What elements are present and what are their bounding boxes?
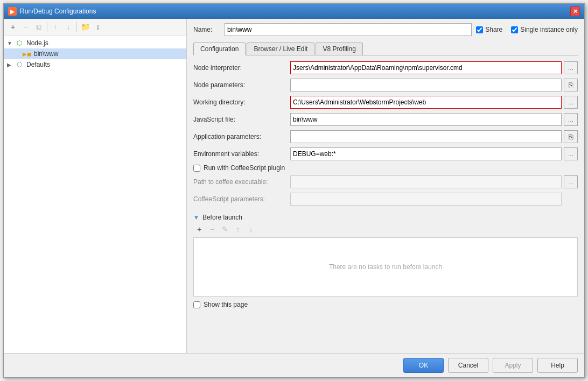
tree-label-defaults: Defaults xyxy=(26,61,50,68)
title-bar-left: ▶ Run/Debug Configurations xyxy=(8,7,96,16)
copy-config-button[interactable]: ⧉ xyxy=(33,21,45,33)
single-instance-checkbox[interactable] xyxy=(511,26,518,33)
node-interpreter-input[interactable] xyxy=(290,61,562,74)
config-tree: ▼ ⬡ Node.js ▶◼ bin\www ▶ ⬡ Defaults xyxy=(4,36,186,353)
before-launch-down[interactable]: ↓ xyxy=(245,223,257,235)
working-directory-wrap: … xyxy=(290,96,578,109)
bottom-bar: OK Cancel Apply Help xyxy=(4,353,584,377)
name-row: Name: Share Single instance only xyxy=(193,23,578,36)
node-interpreter-browse[interactable]: … xyxy=(564,61,578,74)
coffee-params-input[interactable] xyxy=(290,193,562,206)
checkboxes-row: Share Single instance only xyxy=(476,26,578,33)
cancel-button[interactable]: Cancel xyxy=(448,358,488,373)
env-variables-browse[interactable]: … xyxy=(564,147,578,160)
coffee-params-label: CoffeeScript parameters: xyxy=(193,195,290,203)
help-button[interactable]: Help xyxy=(537,358,578,373)
working-directory-browse[interactable]: … xyxy=(564,96,578,109)
node-interpreter-row: Node interpreter: … xyxy=(193,61,578,75)
section-arrow: ▼ xyxy=(193,214,199,221)
name-input[interactable] xyxy=(225,23,472,36)
tree-item-binwww[interactable]: ▶◼ bin\www xyxy=(4,48,186,59)
toolbar-separator xyxy=(47,22,47,32)
share-label: Share xyxy=(485,26,502,33)
run-debug-dialog: ▶ Run/Debug Configurations ✕ + − ⧉ ↑ ↓ 📁… xyxy=(3,3,585,378)
tab-v8[interactable]: V8 Profiling xyxy=(316,43,362,55)
share-checkbox[interactable] xyxy=(476,26,483,33)
node-parameters-input[interactable] xyxy=(290,79,562,91)
before-launch-up[interactable]: ↑ xyxy=(232,223,244,235)
coffee-params-row: CoffeeScript parameters: … xyxy=(193,192,578,206)
share-checkbox-label[interactable]: Share xyxy=(476,26,502,33)
toolbar-separator-2 xyxy=(76,22,77,32)
node-interpreter-wrap: … xyxy=(290,61,578,74)
dialog-icon: ▶ xyxy=(8,7,17,16)
app-parameters-copy[interactable]: ⎘ xyxy=(564,130,578,143)
move-down-button[interactable]: ↓ xyxy=(62,21,74,33)
app-parameters-input[interactable] xyxy=(290,130,562,143)
coffee-path-wrap: … xyxy=(290,175,578,188)
ok-button[interactable]: OK xyxy=(403,358,444,373)
javascript-file-label: JavaScript file: xyxy=(193,116,290,123)
show-page-row: Show this page xyxy=(193,301,578,308)
app-parameters-row: Application parameters: ⎘ xyxy=(193,130,578,144)
before-launch-edit[interactable]: ✎ xyxy=(219,223,231,235)
javascript-file-browse[interactable]: … xyxy=(564,113,578,126)
before-launch-label: Before launch xyxy=(202,214,242,221)
env-variables-wrap: … xyxy=(290,147,578,160)
add-config-button[interactable]: + xyxy=(7,21,19,33)
single-instance-label[interactable]: Single instance only xyxy=(511,26,578,33)
sort-button[interactable]: ↕ xyxy=(92,21,104,33)
app-parameters-label: Application parameters: xyxy=(193,133,290,140)
javascript-file-row: JavaScript file: … xyxy=(193,112,578,126)
name-label: Name: xyxy=(193,26,220,33)
tree-item-nodejs[interactable]: ▼ ⬡ Node.js xyxy=(4,38,186,48)
tree-item-defaults[interactable]: ▶ ⬡ Defaults xyxy=(4,59,186,70)
show-page-checkbox[interactable] xyxy=(193,301,200,308)
tab-browser[interactable]: Browser / Live Edit xyxy=(247,43,314,55)
apply-button[interactable]: Apply xyxy=(493,358,533,373)
folder-button[interactable]: 📁 xyxy=(79,21,91,33)
node-parameters-copy[interactable]: ⎘ xyxy=(564,79,578,91)
coffeescript-row: Run with CoffeeScript plugin xyxy=(193,164,578,172)
before-launch-add[interactable]: + xyxy=(193,223,205,235)
coffee-path-input[interactable] xyxy=(290,175,562,188)
coffee-path-row: Path to coffee executable: … xyxy=(193,175,578,189)
remove-config-button[interactable]: − xyxy=(20,21,32,33)
tab-configuration[interactable]: Configuration xyxy=(193,43,246,55)
working-directory-row: Working directory: … xyxy=(193,95,578,109)
left-toolbar: + − ⧉ ↑ ↓ 📁 ↕ xyxy=(4,19,186,36)
tabs-bar: Configuration Browser / Live Edit V8 Pro… xyxy=(193,43,578,55)
nodejs-group-icon: ⬡ xyxy=(15,39,24,47)
env-variables-label: Environment variables: xyxy=(193,150,290,158)
binwww-icon: ▶◼ xyxy=(22,50,32,58)
javascript-file-wrap: … xyxy=(290,113,578,126)
env-variables-input[interactable] xyxy=(290,147,562,160)
coffee-path-browse[interactable]: … xyxy=(564,175,578,188)
main-content: + − ⧉ ↑ ↓ 📁 ↕ ▼ ⬡ Node.js xyxy=(4,19,584,353)
node-parameters-label: Node parameters: xyxy=(193,81,290,89)
javascript-file-input[interactable] xyxy=(290,113,562,126)
tree-label-nodejs: Node.js xyxy=(26,39,48,47)
show-page-label: Show this page xyxy=(204,301,248,308)
tree-label-binwww: bin\www xyxy=(34,50,58,58)
coffeescript-checkbox[interactable] xyxy=(193,165,200,172)
title-bar: ▶ Run/Debug Configurations ✕ xyxy=(4,4,584,19)
dialog-title: Run/Debug Configurations xyxy=(20,8,96,15)
before-launch-toolbar: + − ✎ ↑ ↓ xyxy=(193,223,578,235)
working-directory-label: Working directory: xyxy=(193,98,290,106)
before-launch-empty-message: There are no tasks to run before launch xyxy=(329,263,442,271)
left-panel: + − ⧉ ↑ ↓ 📁 ↕ ▼ ⬡ Node.js xyxy=(4,19,187,353)
working-directory-input[interactable] xyxy=(290,96,562,109)
move-up-button[interactable]: ↑ xyxy=(50,21,61,33)
before-launch-header: ▼ Before launch xyxy=(193,214,578,221)
node-parameters-wrap: ⎘ xyxy=(290,79,578,91)
right-panel: Name: Share Single instance only Configu… xyxy=(187,19,584,353)
close-button[interactable]: ✕ xyxy=(570,6,580,16)
before-launch-remove[interactable]: − xyxy=(206,223,218,235)
app-parameters-wrap: ⎘ xyxy=(290,130,578,143)
expand-icon-defaults: ▶ xyxy=(7,62,15,68)
coffee-path-label: Path to coffee executable: xyxy=(193,178,290,186)
expand-icon-nodejs: ▼ xyxy=(7,40,15,46)
single-instance-text: Single instance only xyxy=(520,26,578,33)
defaults-icon: ⬡ xyxy=(15,60,24,69)
